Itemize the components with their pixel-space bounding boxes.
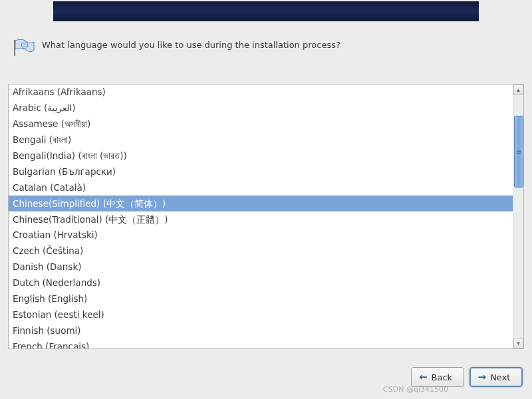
question-text: What language would you like to use duri… [42, 39, 340, 51]
back-button[interactable]: ← Back [411, 367, 464, 387]
scroll-thumb[interactable] [514, 116, 523, 188]
language-list-container: Afrikaans (Afrikaans)Arabic (العربية)Ass… [8, 84, 524, 349]
language-item[interactable]: Afrikaans (Afrikaans) [9, 84, 513, 100]
scrollbar[interactable]: ▴ ▾ [513, 84, 523, 348]
back-button-label: Back [432, 372, 453, 382]
button-bar: ← Back → Next [411, 367, 523, 387]
language-item[interactable]: Czech (Čeština) [9, 243, 513, 259]
language-item[interactable]: French (Français) [9, 339, 513, 348]
scroll-down-button[interactable]: ▾ [513, 338, 523, 348]
language-item[interactable]: Catalan (Català) [9, 180, 513, 196]
scroll-track[interactable] [513, 95, 523, 338]
arrow-left-icon: ← [419, 371, 428, 383]
arrow-right-icon: → [478, 371, 487, 383]
language-item[interactable]: Danish (Dansk) [9, 259, 513, 275]
installer-banner [53, 1, 479, 21]
scroll-up-button[interactable]: ▴ [513, 84, 523, 95]
language-item[interactable]: Finnish (suomi) [9, 323, 513, 339]
language-flag-icon [13, 39, 35, 57]
language-item[interactable]: Arabic (العربية) [9, 100, 513, 116]
language-item[interactable]: Dutch (Nederlands) [9, 275, 513, 291]
language-item[interactable]: Chinese(Traditional) (中文（正體）) [9, 211, 513, 227]
language-item[interactable]: English (English) [9, 291, 513, 307]
language-item[interactable]: Bulgarian (Български) [9, 164, 513, 180]
language-item[interactable]: Estonian (eesti keel) [9, 307, 513, 323]
language-item[interactable]: Bengali (বাংলা) [9, 132, 513, 148]
language-item[interactable]: Assamese (অসমীয়া) [9, 116, 513, 132]
next-button[interactable]: → Next [469, 367, 523, 387]
language-item[interactable]: Chinese(Simplified) (中文（简体）) [9, 196, 513, 211]
header: What language would you like to use duri… [13, 39, 340, 57]
language-item[interactable]: Croatian (Hrvatski) [9, 227, 513, 243]
next-button-label: Next [490, 372, 510, 382]
language-list[interactable]: Afrikaans (Afrikaans)Arabic (العربية)Ass… [9, 84, 513, 348]
language-item[interactable]: Bengali(India) (বাংলা (ভারত)) [9, 148, 513, 164]
